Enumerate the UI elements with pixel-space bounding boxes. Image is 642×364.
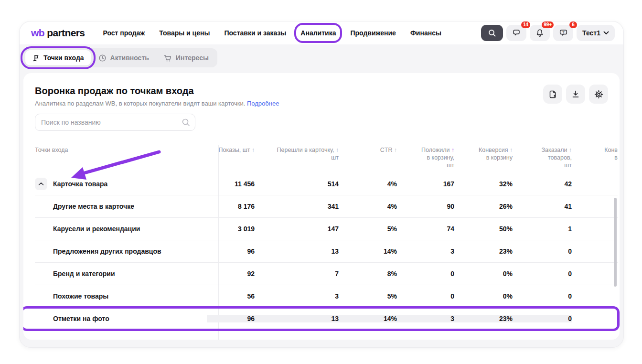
section-tabs-row: Точки входа Активность (23, 48, 623, 67)
table-row-similar-goods[interactable]: Похожие товары 56 3 5% 0 0% 0 (35, 285, 618, 308)
cell-ctr: 14% (339, 247, 397, 255)
col-header-cart-adds[interactable]: Положили ↑ в корзину, шт (397, 145, 454, 169)
col-header-order-conversion-clipped[interactable]: Конв в (572, 145, 618, 161)
cart-icon (163, 54, 172, 62)
notifications-badge: 99+ (542, 21, 554, 28)
cell-ctr: 5% (339, 292, 397, 300)
cell-ctr: 4% (339, 180, 397, 188)
cell-cart-adds: 3 (397, 247, 454, 255)
help-icon: ? (559, 29, 568, 37)
svg-text:?: ? (562, 30, 565, 34)
cell-views: 92 (207, 270, 255, 278)
help-button[interactable]: ? 6 (553, 25, 573, 41)
create-report-button[interactable] (543, 85, 562, 104)
nav-item-supplies-orders[interactable]: Поставки и заказы (224, 26, 286, 40)
download-button[interactable] (566, 85, 585, 104)
magnifier-icon (181, 118, 191, 127)
chevron-down-icon (603, 31, 609, 35)
screenshot-canvas: wb partners Рост продаж Товары и цены По… (0, 0, 642, 364)
notifications-button[interactable]: 99+ (530, 25, 550, 41)
cell-views: 56 (207, 292, 255, 300)
col-header-ordered[interactable]: Заказали ↑ товаров, шт (513, 145, 572, 169)
brand-logo[interactable]: wb partners (31, 27, 85, 39)
account-name: Тест1 (582, 29, 600, 37)
cell-views: 96 (207, 315, 255, 322)
cell-ordered: 0 (513, 270, 572, 278)
col-header-cart-conversion[interactable]: Конверсия ↑ в корзину (454, 145, 513, 161)
top-navigation: wb partners Рост продаж Товары и цены По… (20, 21, 623, 44)
cell-card-opens: 3 (255, 292, 339, 300)
col-header-views[interactable]: Показы, шт ↑ (207, 145, 255, 154)
card-header: Воронка продаж по точкам входа Аналитика… (23, 73, 620, 107)
tab-interests[interactable]: Интересы (157, 50, 215, 65)
cell-card-opens: 147 (255, 225, 339, 233)
cell-card-opens: 7 (255, 270, 339, 278)
cell-cart-conversion: 26% (454, 203, 513, 210)
content-card: Воронка продаж по точкам входа Аналитика… (23, 73, 620, 340)
row-name: Другие места в карточке (35, 203, 207, 210)
row-name: Бренд и категории (35, 270, 207, 278)
table-row-product-card[interactable]: Карточка товара 11 456 514 4% 167 32% 42 (35, 173, 618, 195)
table-vertical-scrollbar[interactable] (614, 198, 617, 287)
search-icon (488, 29, 496, 37)
cell-ordered: 42 (513, 180, 572, 188)
table-row-photo-tags[interactable]: Отметки на фото 96 13 14% 3 23% 0 (35, 308, 618, 330)
cell-cart-conversion: 0% (454, 270, 513, 278)
col-header-entry-points[interactable]: Точки входа (35, 145, 207, 154)
table-row-brand-categories[interactable]: Бренд и категории 92 7 8% 0 0% 0 (35, 263, 618, 285)
table-row-carousels[interactable]: Карусели и рекомендации 3 019 147 5% 74 … (35, 218, 618, 240)
page-subtitle: Аналитика по разделам WB, в которых поку… (35, 100, 608, 107)
cell-card-opens: 514 (255, 180, 339, 188)
cell-ordered: 41 (513, 203, 572, 210)
nav-item-analytics[interactable]: Аналитика (300, 26, 336, 40)
row-name: Отметки на фото (35, 315, 207, 322)
bell-icon (535, 29, 544, 38)
tab-activity[interactable]: Активность (92, 50, 156, 65)
cell-cart-adds: 167 (397, 180, 454, 188)
col-header-ctr[interactable]: CTR ↑ (339, 145, 397, 154)
cell-cart-conversion: 50% (454, 225, 513, 233)
cell-cart-conversion: 23% (454, 315, 513, 322)
search-box (35, 114, 195, 131)
chevron-up-icon (38, 182, 44, 186)
col-header-card-opens[interactable]: Перешли в карточку, ↑ шт (255, 145, 339, 161)
cell-ctr: 14% (339, 315, 397, 322)
brand-logo-partners: partners (47, 27, 85, 39)
cell-cart-adds: 3 (397, 315, 454, 322)
section-tabs: Точки входа Активность (23, 48, 217, 67)
more-link[interactable]: Подробнее (247, 100, 279, 107)
entry-points-table: Точки входа Показы, шт ↑ Перешли в карто… (35, 145, 618, 330)
cell-ordered: 1 (513, 225, 572, 233)
nav-item-sales-growth[interactable]: Рост продаж (103, 26, 145, 40)
cell-ctr: 8% (339, 270, 397, 278)
cell-cart-adds: 0 (397, 292, 454, 300)
table-row-other-sellers[interactable]: Предложения других продавцов 96 13 14% 3… (35, 240, 618, 263)
cell-views: 11 456 (207, 180, 255, 188)
row-name: Карточка товара (53, 180, 107, 188)
collapse-row-button[interactable] (35, 178, 47, 190)
page-title: Воронка продаж по точкам входа (35, 86, 608, 96)
cell-ordered: 0 (513, 247, 572, 255)
nav-item-finance[interactable]: Финансы (410, 26, 441, 40)
download-icon (571, 90, 580, 98)
cell-cart-conversion: 23% (454, 247, 513, 255)
search-button[interactable] (481, 25, 503, 41)
entry-points-icon (32, 54, 40, 62)
nav-item-promotion[interactable]: Продвижение (350, 26, 396, 40)
chat-icon (512, 29, 521, 37)
search-input[interactable] (35, 114, 195, 131)
settings-button[interactable] (589, 85, 608, 104)
table-row-other-places[interactable]: Другие места в карточке 8 176 341 4% 90 … (35, 195, 618, 218)
row-name: Похожие товары (35, 292, 207, 300)
card-toolbar (543, 85, 608, 104)
cell-ctr: 5% (339, 225, 397, 233)
cell-ordered: 0 (513, 315, 572, 322)
cell-card-opens: 341 (255, 203, 339, 210)
account-menu[interactable]: Тест1 (577, 25, 615, 41)
cell-cart-adds: 74 (397, 225, 454, 233)
nav-item-goods-prices[interactable]: Товары и цены (159, 26, 210, 40)
tab-entry-points[interactable]: Точки входа (25, 50, 91, 65)
cell-ctr: 4% (339, 203, 397, 210)
cell-card-opens: 13 (255, 247, 339, 255)
chat-button[interactable]: 14 (506, 25, 526, 41)
